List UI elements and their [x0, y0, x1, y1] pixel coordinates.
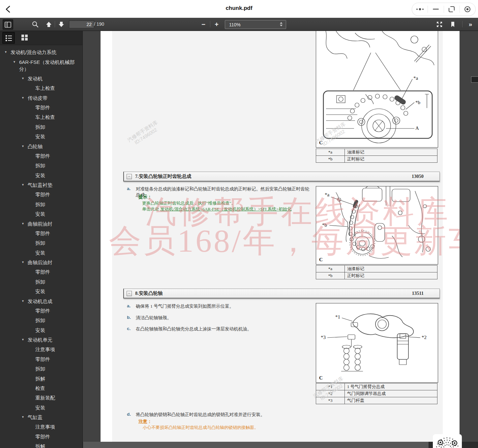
record-button[interactable]	[460, 3, 475, 15]
expand-arrow-icon[interactable]: ▼	[21, 298, 28, 305]
tree-item[interactable]: ▼传动皮带	[0, 93, 82, 103]
previous-page-button[interactable]	[44, 19, 54, 29]
tree-item-label: 重新装配	[35, 394, 80, 401]
initialization-link[interactable]: 发动机/混合动力系统>6AR-FSE（发动机控制系统）>SFI 系统>初始化	[160, 207, 291, 211]
tree-item[interactable]: 安装	[0, 403, 82, 412]
section-title: 8.安装凸轮轴	[135, 290, 412, 296]
spec-value: 1 号气门摇臂分总成	[345, 383, 437, 390]
zoom-out-label: −	[201, 21, 205, 28]
tree-item[interactable]: ▼曲轴后油封	[0, 258, 82, 267]
tree-item-label: 拆卸	[35, 201, 80, 208]
tree-item-label: 注意事项	[35, 423, 80, 430]
tree-item[interactable]: ▼发动机/混合动力系统	[0, 47, 82, 57]
tree-item[interactable]: ▼凸轮轴	[0, 141, 82, 151]
outline-view-button[interactable]	[2, 32, 15, 44]
tree-item[interactable]: 检查	[0, 383, 82, 393]
zoom-out-button[interactable]: −	[198, 19, 208, 29]
toolbar-divider	[55, 21, 55, 27]
step-text: 将凸轮轴的锁销和凸轮轴正时齿轮总成的锁销孔对准并进行安装。	[136, 412, 265, 418]
tree-item[interactable]: 注意事项	[0, 422, 82, 432]
expand-arrow-icon[interactable]: ▼	[21, 220, 28, 227]
thumbnails-view-button[interactable]	[18, 32, 30, 43]
expand-arrow-icon[interactable]: ▼	[21, 182, 28, 188]
tree-item[interactable]: 拆卸	[0, 277, 82, 287]
page-total-label: / 190	[94, 21, 104, 27]
tree-item[interactable]: 安装	[0, 287, 82, 296]
zoom-select[interactable]: 110%	[225, 20, 286, 29]
tree-item-label: 车上检查	[35, 85, 80, 92]
tree-item[interactable]: ▼气缸盖	[0, 412, 82, 422]
expand-arrow-icon[interactable]: ▼	[21, 143, 28, 150]
expand-arrow-icon[interactable]: ▼	[21, 414, 28, 421]
spec-key: *b	[316, 272, 345, 279]
tree-item[interactable]: 零部件	[0, 306, 82, 316]
tree-item[interactable]: 安装	[0, 325, 82, 335]
qr-code-icon	[434, 435, 461, 448]
next-page-button[interactable]	[56, 19, 66, 29]
figure-callout: *1	[335, 314, 340, 320]
tree-item[interactable]: 零部件	[0, 151, 82, 161]
expand-arrow-icon[interactable]: ▼	[21, 259, 28, 266]
presentation-mode-button[interactable]	[434, 19, 444, 29]
tree-item[interactable]: 零部件	[0, 267, 82, 277]
find-button[interactable]	[30, 19, 40, 29]
figure-view-label: C	[319, 257, 323, 262]
expand-arrow-icon[interactable]: ▼	[21, 75, 28, 82]
toggle-sidebar-button[interactable]	[3, 19, 13, 30]
pdf-viewer-area: *a *b A C *a油漆标记*b正时标记 − 7.安装凸轮轴正时齿轮总成 1…	[82, 31, 478, 448]
tree-item[interactable]: 车上检查	[0, 112, 82, 122]
tree-item[interactable]: ▼6AR-FSE（发动机机械部分）	[0, 57, 82, 73]
tree-item[interactable]: 重新装配	[0, 393, 82, 403]
vertical-scrollbar-thumb[interactable]	[471, 76, 478, 83]
tree-item[interactable]: 拆卸	[0, 238, 82, 248]
more-options-button[interactable]	[412, 3, 428, 15]
tree-item[interactable]: 注意事项	[0, 345, 82, 354]
collapse-section-button[interactable]: −	[127, 291, 132, 296]
spec-value: 油漆标记	[345, 266, 437, 272]
section-code: 13511	[412, 291, 439, 296]
more-tools-button[interactable]: »	[465, 19, 475, 29]
tree-item[interactable]: 拆卸	[0, 364, 82, 374]
tree-item[interactable]: 车上检查	[0, 83, 82, 93]
tree-item[interactable]: 拆卸	[0, 200, 82, 209]
step-item: c. 在凸轮轴轴颈和凸轮轴壳分总成上涂抹一薄层发动机机油。	[127, 326, 312, 332]
bookmark-button[interactable]	[448, 19, 458, 29]
tree-item[interactable]: 拆卸	[0, 161, 82, 170]
tree-item[interactable]: 零部件	[0, 354, 82, 364]
expand-arrow-icon[interactable]: ▼	[21, 95, 28, 101]
tree-item[interactable]: 安装	[0, 132, 82, 141]
tree-item[interactable]: ▼曲轴前油封	[0, 219, 82, 228]
expand-arrow-icon[interactable]: ▼	[13, 59, 19, 66]
spec-value: 油漆标记	[345, 149, 437, 156]
tree-item[interactable]: 拆卸	[0, 316, 82, 325]
ellipsis-icon	[416, 8, 424, 11]
tree-item[interactable]: 拆解	[0, 374, 82, 383]
tree-item[interactable]: 零部件	[0, 432, 82, 441]
tree-item[interactable]: 零部件	[0, 103, 82, 112]
restore-window-button[interactable]	[444, 3, 460, 15]
zoom-in-button[interactable]: +	[212, 19, 222, 29]
expand-arrow-icon[interactable]: ▼	[4, 49, 11, 56]
expand-arrow-icon[interactable]: ▼	[21, 336, 28, 343]
tree-item[interactable]: 安装	[0, 209, 82, 219]
minimize-button[interactable]	[428, 3, 443, 15]
figure-view-label: C	[319, 140, 323, 145]
tree-item-label: 发动机单元	[28, 336, 80, 343]
tree-item[interactable]: ▼气缸盖衬垫	[0, 180, 82, 190]
tree-item[interactable]: 安装	[0, 248, 82, 258]
tree-item[interactable]: ▼发动机总成	[0, 296, 82, 306]
tree-item[interactable]: 拆卸	[0, 122, 82, 132]
page-number-input[interactable]	[69, 20, 94, 28]
tree-item[interactable]: 拆解	[0, 441, 82, 448]
tree-item[interactable]: 零部件	[0, 190, 82, 199]
collapse-section-button[interactable]: −	[127, 174, 132, 179]
tree-item-label: 注意事项	[35, 346, 80, 353]
tree-item[interactable]: 零部件	[0, 229, 82, 238]
step-item: a. 确保将 1 号气门摇臂分总成安装到如图所示位置。	[127, 303, 312, 309]
tree-item-label: 发动机总成	[28, 298, 80, 305]
tree-item[interactable]: 安装	[0, 171, 82, 180]
tree-item[interactable]: ▼发动机	[0, 74, 82, 83]
horizontal-scrollbar-thumb[interactable]	[83, 442, 429, 448]
tree-item-label: 零部件	[35, 104, 80, 111]
tree-item[interactable]: ▼发动机单元	[0, 335, 82, 345]
